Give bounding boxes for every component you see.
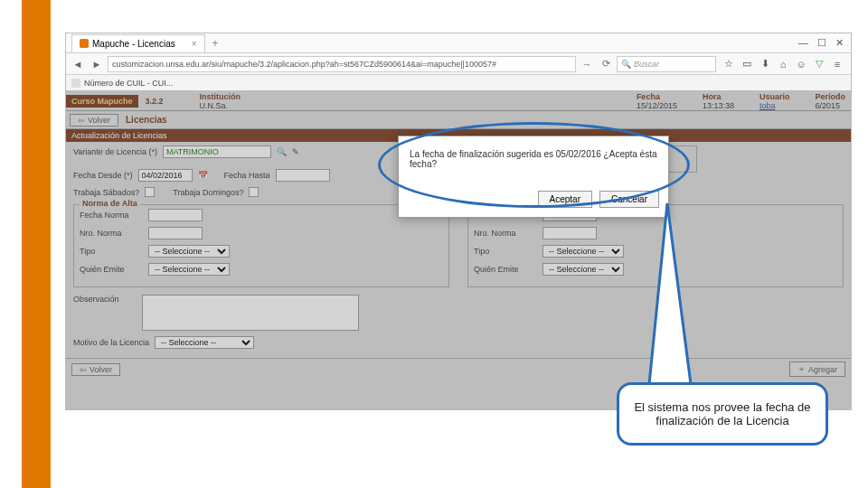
forward-icon[interactable]: ► xyxy=(89,56,105,72)
titlebar: Mapuche - Licencias × + — ☐ ✕ xyxy=(66,33,851,53)
tab-title: Mapuche - Licencias xyxy=(92,39,175,49)
favicon-icon xyxy=(80,39,89,48)
browser-tab[interactable]: Mapuche - Licencias × xyxy=(71,34,205,52)
close-button[interactable]: ✕ xyxy=(835,37,844,49)
shield-icon[interactable]: ▽ xyxy=(813,58,826,70)
menu-icon[interactable]: ≡ xyxy=(831,58,844,70)
reload-icon[interactable]: ⟳ xyxy=(598,56,614,72)
search-icon: 🔍 xyxy=(621,60,631,69)
search-input[interactable]: 🔍 Buscar xyxy=(617,56,716,72)
go-icon[interactable]: → xyxy=(579,56,595,72)
address-bar: ◄ ► customizacion.unsa.edu.ar/siu/mapuch… xyxy=(66,53,851,75)
bookmark-favicon-icon xyxy=(71,79,80,88)
account-icon[interactable]: ☺ xyxy=(795,58,807,70)
tab-close-icon[interactable]: × xyxy=(192,39,197,49)
annotation-oval xyxy=(378,122,690,208)
callout-text: El sistema nos provee la fecha de finali… xyxy=(632,400,813,427)
toolbar-icons: ☆ ▭ ⬇ ⌂ ☺ ▽ ≡ xyxy=(719,58,847,70)
downloads-icon[interactable]: ⬇ xyxy=(759,58,771,70)
library-icon[interactable]: ▭ xyxy=(741,58,753,70)
callout-tail xyxy=(640,203,712,395)
annotation-callout: El sistema nos provee la fecha de finali… xyxy=(617,382,828,446)
home-icon[interactable]: ⌂ xyxy=(777,58,789,70)
new-tab-button[interactable]: + xyxy=(209,37,222,50)
bookmark-item[interactable]: Número de CUIL - CUI... xyxy=(84,79,173,88)
url-input[interactable]: customizacion.unsa.edu.ar/siu/mapuche/3.… xyxy=(108,56,576,72)
bookmark-bar: Número de CUIL - CUI... xyxy=(66,75,851,91)
bookmark-star-icon[interactable]: ☆ xyxy=(722,58,735,70)
maximize-button[interactable]: ☐ xyxy=(817,37,826,49)
back-icon[interactable]: ◄ xyxy=(70,56,86,72)
minimize-button[interactable]: — xyxy=(798,37,808,49)
browser-window: Mapuche - Licencias × + — ☐ ✕ ◄ ► custom… xyxy=(65,33,852,410)
window-controls: — ☐ ✕ xyxy=(798,37,851,49)
accent-stripe xyxy=(22,0,51,488)
slide: Mapuche - Licencias × + — ☐ ✕ ◄ ► custom… xyxy=(0,0,868,488)
search-placeholder: Buscar xyxy=(634,60,659,69)
